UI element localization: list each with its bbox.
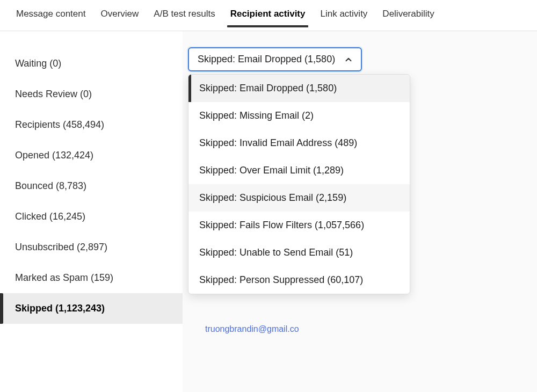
main-area: Waiting (0) Needs Review (0) Recipients …: [0, 31, 537, 392]
sidebar-item-needs-review[interactable]: Needs Review (0): [0, 79, 183, 110]
sidebar-item-bounced[interactable]: Bounced (8,783): [0, 171, 183, 201]
dropdown-option-email-dropped[interactable]: Skipped: Email Dropped (1,580): [188, 75, 410, 102]
dropdown-option-suspicious-email[interactable]: Skipped: Suspicious Email (2,159): [188, 184, 410, 212]
tabs-bar: Message content Overview A/B test result…: [0, 0, 537, 31]
dropdown-option-unable-to-send[interactable]: Skipped: Unable to Send Email (51): [188, 239, 410, 266]
dropdown-option-over-email-limit[interactable]: Skipped: Over Email Limit (1,289): [188, 157, 410, 184]
dropdown-option-invalid-email[interactable]: Skipped: Invalid Email Address (489): [188, 129, 410, 157]
skip-reason-dropdown[interactable]: Skipped: Email Dropped (1,580): [188, 47, 362, 71]
sidebar-item-waiting[interactable]: Waiting (0): [0, 48, 183, 79]
tab-link-activity[interactable]: Link activity: [313, 0, 375, 27]
sidebar-item-unsubscribed[interactable]: Unsubscribed (2,897): [0, 232, 183, 263]
email-link[interactable]: truongbrandin@gmail.co: [205, 324, 299, 334]
tab-recipient-activity[interactable]: Recipient activity: [223, 0, 313, 27]
tab-ab-test-results[interactable]: A/B test results: [146, 0, 222, 27]
dropdown-option-person-suppressed[interactable]: Skipped: Person Suppressed (60,107): [188, 266, 410, 294]
sidebar-item-clicked[interactable]: Clicked (16,245): [0, 201, 183, 232]
dropdown-option-fails-flow-filters[interactable]: Skipped: Fails Flow Filters (1,057,566): [188, 212, 410, 239]
content-area: Skipped: Email Dropped (1,580) truongbra…: [183, 31, 537, 392]
skip-reason-dropdown-menu: Skipped: Email Dropped (1,580) Skipped: …: [188, 74, 410, 294]
chevron-up-icon: [344, 55, 353, 64]
sidebar-item-recipients[interactable]: Recipients (458,494): [0, 110, 183, 140]
tab-message-content[interactable]: Message content: [9, 0, 93, 27]
sidebar-item-marked-as-spam[interactable]: Marked as Spam (159): [0, 263, 183, 293]
tab-deliverability[interactable]: Deliverability: [375, 0, 441, 27]
sidebar-item-skipped[interactable]: Skipped (1,123,243): [0, 293, 183, 324]
sidebar-item-opened[interactable]: Opened (132,424): [0, 140, 183, 171]
dropdown-selected-label: Skipped: Email Dropped (1,580): [198, 54, 335, 65]
dropdown-option-missing-email[interactable]: Skipped: Missing Email (2): [188, 102, 410, 129]
sidebar: Waiting (0) Needs Review (0) Recipients …: [0, 31, 183, 392]
tab-overview[interactable]: Overview: [93, 0, 146, 27]
